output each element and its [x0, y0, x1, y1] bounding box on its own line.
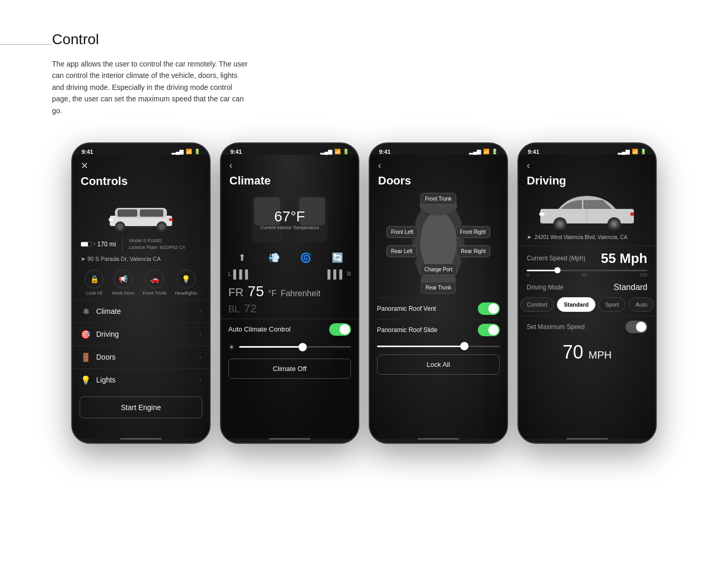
- status-icons: ▂▄▆ 📶 🔋: [172, 149, 200, 154]
- controls-title: Controls: [72, 173, 210, 192]
- temp-unit: °F: [268, 289, 276, 298]
- driving-title: Driving: [518, 172, 656, 191]
- panoramic-slide-toggle[interactable]: [478, 324, 500, 336]
- fan-body-icon[interactable]: 💨: [260, 252, 288, 263]
- status-time: 9:41: [379, 149, 391, 155]
- menu-item-doors[interactable]: 🚪 Doors ›: [72, 346, 210, 368]
- track-fill: [527, 270, 556, 271]
- mode-buttons: Comfort Standard Sport Auto: [518, 295, 656, 316]
- svg-point-34: [612, 222, 616, 226]
- phone-climate: 9:41 ▂▄▆ 📶 🔋 ‹ Climate: [220, 142, 359, 444]
- trunk-label: Front Trunk: [142, 290, 166, 296]
- battery-indicator: 170 mi: [81, 241, 116, 248]
- phone-notch: [407, 143, 470, 155]
- status-icons: ▂▄▆ 📶 🔋: [618, 149, 646, 154]
- charge-port-button[interactable]: Charge Port: [420, 263, 457, 275]
- track-background: [527, 270, 647, 271]
- temp-slider-row: ☀: [221, 340, 358, 354]
- front-trunk-item[interactable]: 🚗 Front Trunk: [142, 270, 166, 296]
- recirculate-icon[interactable]: 🔄: [323, 252, 351, 263]
- address: ➤ 24201 West Valencia Blvd, Valencia, CA: [518, 232, 656, 246]
- rear-trunk-button[interactable]: Rear Trunk: [421, 282, 456, 294]
- start-engine-button[interactable]: Start Engine: [80, 397, 202, 418]
- auto-climate-toggle[interactable]: [329, 323, 351, 336]
- toggle-knob: [636, 322, 646, 332]
- slider-thumb[interactable]: [460, 342, 469, 350]
- svg-rect-35: [539, 213, 544, 216]
- sun-icon: ☀: [228, 343, 235, 351]
- svg-point-6: [117, 223, 123, 230]
- auto-climate-row: Auto Climate Control: [221, 319, 358, 340]
- climate-label: Climate: [96, 307, 121, 315]
- speed-max: 230: [640, 272, 647, 278]
- wifi-icon: 📶: [483, 149, 489, 154]
- comfort-mode-button[interactable]: Comfort: [520, 297, 554, 312]
- phone-content: ‹ Climate 67°F Current Interior Temperat…: [221, 155, 358, 439]
- status-icons: ▂▄▆ 📶 🔋: [320, 149, 349, 154]
- doors-title: Doors: [370, 172, 507, 191]
- door-slider[interactable]: [377, 346, 500, 347]
- back-button[interactable]: ‹: [518, 159, 656, 172]
- left-seat-heat[interactable]: L ▌▌▌: [228, 270, 251, 279]
- signal-icon: ▂▄▆: [469, 149, 481, 154]
- sport-mode-button[interactable]: Sport: [599, 297, 626, 312]
- panoramic-toggles: Panoramic Roof Vent Panoramic Roof Slide: [370, 295, 507, 344]
- back-button[interactable]: ‹: [221, 159, 358, 172]
- wifi-icon: 📶: [632, 149, 638, 154]
- menu-item-driving[interactable]: 🎯 Driving ›: [72, 323, 210, 346]
- speed-row: Current Speed (Mph) 55 Mph: [518, 246, 656, 269]
- mph-value: 70: [563, 341, 583, 363]
- status-time: 9:41: [230, 149, 242, 155]
- back-button[interactable]: ✕: [72, 159, 210, 173]
- chevron-right-icon: ›: [199, 331, 201, 338]
- back-button[interactable]: ‹: [370, 159, 507, 172]
- front-left-button[interactable]: Front Left: [386, 226, 418, 238]
- location-icon: ➤: [81, 256, 85, 262]
- max-speed-toggle[interactable]: [626, 321, 647, 333]
- lock-all-item[interactable]: 🔒 Lock All: [85, 270, 103, 296]
- rear-left-button[interactable]: Rear Left: [386, 245, 417, 257]
- speed-current: 55: [582, 272, 587, 278]
- climate-controls-grid: ⬆ 💨 🌀 🔄: [221, 248, 358, 268]
- climate-icon: ❄: [81, 307, 91, 316]
- front-right-button[interactable]: Front Right: [456, 226, 490, 238]
- right-seat-heat[interactable]: ▌▌▌ R: [328, 270, 351, 279]
- doors-icon: 🚪: [81, 352, 91, 362]
- track-labels: 0 55 230: [527, 272, 647, 278]
- chevron-right-icon: ›: [199, 376, 201, 384]
- speed-label: Current Speed (Mph): [527, 255, 586, 262]
- car-top-view: Front Trunk Front Left Front Right Rear …: [386, 191, 490, 295]
- seat-right-icon: ▌▌▌: [328, 270, 345, 279]
- standard-mode-button[interactable]: Standard: [557, 297, 595, 312]
- address-text: 24201 West Valencia Blvd, Valencia, CA: [535, 234, 627, 240]
- max-speed-label: Set Maximum Speed: [527, 323, 584, 331]
- fan-direction-icon[interactable]: ⬆: [228, 252, 256, 263]
- speed-track: 0 55 230: [527, 270, 647, 278]
- climate-off-button[interactable]: Climate Off: [228, 359, 351, 379]
- driving-mode-label: Driving Mode: [527, 284, 564, 291]
- temp-slider[interactable]: [239, 346, 351, 348]
- auto-mode-button[interactable]: Auto: [629, 297, 654, 312]
- status-time: 9:41: [528, 149, 539, 155]
- speed-value: 55 Mph: [601, 250, 647, 267]
- seat-heat-row: L ▌▌▌ ▌▌▌ R: [221, 268, 358, 281]
- headlights-label: Headlights: [175, 290, 197, 296]
- panoramic-vent-toggle[interactable]: [478, 302, 500, 315]
- headlights-item[interactable]: 💡 Headlights: [175, 270, 197, 296]
- address: ➤ 90 S Parada Dr, Valencia CA: [72, 255, 210, 266]
- front-trunk-button[interactable]: Front Trunk: [420, 193, 456, 205]
- home-indicator: [418, 438, 459, 440]
- left-heat-label: L: [228, 271, 231, 277]
- rear-right-button[interactable]: Rear Right: [456, 245, 490, 257]
- menu-item-climate[interactable]: ❄ Climate ›: [72, 300, 210, 323]
- honk-horn-item[interactable]: 📢 Honk Horn: [112, 270, 134, 296]
- menu-item-lights[interactable]: 💡 Lights ›: [72, 368, 210, 391]
- battery-icon: 🔋: [343, 149, 349, 154]
- lock-all-button[interactable]: Lock All: [377, 354, 500, 375]
- slider-thumb[interactable]: [298, 343, 307, 351]
- fan-floor-icon[interactable]: 🌀: [292, 252, 319, 263]
- status-icons: ▂▄▆ 📶 🔋: [469, 149, 498, 154]
- phone-content: ‹ Doors: [370, 155, 507, 439]
- divider: [122, 237, 123, 252]
- svg-text:T: T: [586, 203, 589, 207]
